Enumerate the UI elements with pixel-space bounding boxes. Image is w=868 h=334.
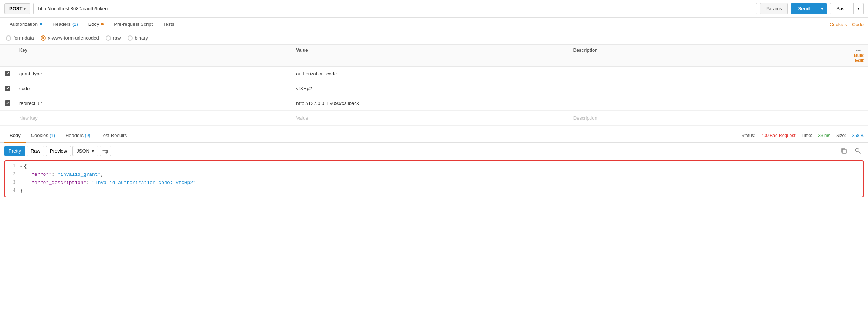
tab-headers[interactable]: Headers (2) xyxy=(47,18,83,31)
resp-tab-body[interactable]: Body xyxy=(4,129,26,143)
params-button[interactable]: Params xyxy=(760,3,788,14)
binary-radio[interactable] xyxy=(128,35,133,41)
svg-rect-0 xyxy=(842,149,846,153)
row-3-value[interactable]: http://127.0.0.1:9090/callback xyxy=(292,98,569,109)
tab-body-label: Body xyxy=(88,21,99,27)
raw-radio[interactable] xyxy=(106,35,111,41)
search-button[interactable] xyxy=(852,146,864,156)
empty-actions xyxy=(846,115,868,121)
wrap-icon xyxy=(102,148,108,154)
row-1-key[interactable]: grant_type xyxy=(15,68,292,79)
tab-authorization[interactable]: Authorization xyxy=(4,18,47,31)
bulk-edit-button[interactable]: Bulk Edit xyxy=(854,53,864,63)
raw-label: raw xyxy=(113,35,121,41)
time-label: Time: xyxy=(801,133,813,138)
format-chevron-icon: ▾ xyxy=(92,148,94,154)
row-1-description[interactable] xyxy=(569,71,846,77)
open-brace: { xyxy=(24,164,27,169)
format-select[interactable]: JSON ▾ xyxy=(72,146,98,156)
raw-button[interactable]: Raw xyxy=(27,146,44,156)
new-value-placeholder[interactable]: Value xyxy=(292,112,569,124)
request-tabs: Authorization Headers (2) Body Pre-reque… xyxy=(0,18,868,31)
line-content-1: ▼{ xyxy=(20,164,863,170)
format-select-label: JSON xyxy=(77,148,89,154)
resp-tab-body-label: Body xyxy=(10,133,21,138)
resp-tab-headers-label: Headers xyxy=(65,133,84,138)
line-content-4: } xyxy=(20,188,863,194)
new-desc-placeholder[interactable]: Description xyxy=(569,112,846,124)
row-3-key[interactable]: redirect_uri xyxy=(15,98,292,109)
url-input[interactable] xyxy=(33,3,757,14)
status-area: Status: 400 Bad Request Time: 33 ms Size… xyxy=(742,133,864,138)
tab-headers-label: Headers xyxy=(52,21,71,27)
row-2-key[interactable]: code xyxy=(15,83,292,94)
wrap-button[interactable] xyxy=(100,146,111,156)
collapse-icon[interactable]: ▼ xyxy=(20,164,23,169)
checkmark-icon: ✓ xyxy=(6,101,9,106)
row-1-check: ✓ xyxy=(0,71,15,76)
size-value: 358 B xyxy=(852,133,864,138)
new-key-placeholder[interactable]: New key xyxy=(15,112,292,124)
json-line-1: 1 ▼{ xyxy=(5,163,863,171)
json-value-error: "invalid_grant" xyxy=(57,172,101,177)
checkmark-icon: ✓ xyxy=(6,71,9,76)
tab-body[interactable]: Body xyxy=(83,18,109,31)
tab-prerequest[interactable]: Pre-request Script xyxy=(109,18,158,31)
method-chevron-icon: ▾ xyxy=(24,7,26,11)
right-icons xyxy=(838,146,864,156)
cookies-count: (1) xyxy=(50,133,55,138)
row-1-checkbox[interactable]: ✓ xyxy=(5,71,10,76)
code-link[interactable]: Code xyxy=(852,22,864,27)
row-2-description[interactable] xyxy=(569,86,846,92)
table-row: ✓ redirect_uri http://127.0.0.1:9090/cal… xyxy=(0,96,868,111)
row-3-actions xyxy=(846,100,868,106)
th-key: Key xyxy=(15,48,292,63)
row-3-checkbox[interactable]: ✓ xyxy=(5,100,10,106)
row-2-check: ✓ xyxy=(0,86,15,91)
save-dropdown-button[interactable]: ▾ xyxy=(854,3,864,14)
urlencoded-option[interactable]: x-www-form-urlencoded xyxy=(41,35,99,41)
format-bar: Pretty Raw Preview JSON ▾ xyxy=(0,143,868,159)
binary-option[interactable]: binary xyxy=(128,35,148,41)
close-brace: } xyxy=(20,188,23,194)
urlencoded-label: x-www-form-urlencoded xyxy=(48,35,99,41)
response-tabs: Body Cookies (1) Headers (9) Test Result… xyxy=(0,129,868,143)
urlencoded-radio[interactable] xyxy=(41,35,46,41)
raw-option[interactable]: raw xyxy=(106,35,121,41)
binary-label: binary xyxy=(135,35,148,41)
form-data-option[interactable]: form-data xyxy=(6,35,34,41)
resp-tab-testresults-label: Test Results xyxy=(101,133,127,138)
form-data-label: form-data xyxy=(13,35,34,41)
resp-headers-count: (9) xyxy=(85,133,91,138)
copy-button[interactable] xyxy=(838,146,850,156)
form-data-radio[interactable] xyxy=(6,35,11,41)
save-button[interactable]: Save xyxy=(830,3,854,14)
th-description: Description xyxy=(569,48,846,63)
row-2-value[interactable]: vfXHp2 xyxy=(292,83,569,94)
more-options-icon[interactable]: ••• xyxy=(856,48,861,53)
pretty-button[interactable]: Pretty xyxy=(4,146,25,156)
send-dropdown-button[interactable]: ▾ xyxy=(817,3,827,14)
resp-tab-headers[interactable]: Headers (9) xyxy=(60,129,95,143)
table-row: ✓ code vfXHp2 xyxy=(0,81,868,96)
tab-tests[interactable]: Tests xyxy=(158,18,179,31)
cookies-link[interactable]: Cookies xyxy=(830,22,847,27)
line-num-1: 1 xyxy=(5,164,20,170)
resp-tab-cookies[interactable]: Cookies (1) xyxy=(26,129,60,143)
row-1-value[interactable]: authorization_code xyxy=(292,68,569,79)
top-bar: POST ▾ Params Send ▾ Save ▾ xyxy=(0,0,868,18)
json-value-error-desc: "Invalid authorization code: vfXHp2" xyxy=(92,180,196,185)
row-2-checkbox[interactable]: ✓ xyxy=(5,86,10,91)
row-3-description[interactable] xyxy=(569,100,846,106)
resp-tab-testresults[interactable]: Test Results xyxy=(95,129,132,143)
line-num-4: 4 xyxy=(5,188,20,194)
row-1-actions xyxy=(846,71,868,77)
tab-prerequest-label: Pre-request Script xyxy=(114,21,153,27)
status-label: Status: xyxy=(742,133,755,138)
send-button[interactable]: Send xyxy=(791,3,817,14)
copy-icon xyxy=(841,147,847,154)
line-num-2: 2 xyxy=(5,172,20,178)
method-button[interactable]: POST ▾ xyxy=(4,3,30,14)
line-num-3: 3 xyxy=(5,180,20,186)
preview-button[interactable]: Preview xyxy=(46,146,71,156)
